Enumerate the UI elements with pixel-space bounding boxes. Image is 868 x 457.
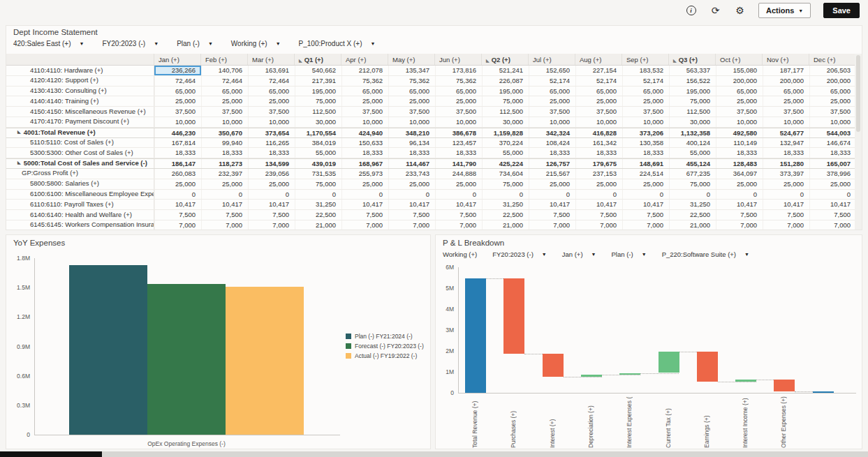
grid-cell[interactable]: 126,757 [529,159,575,168]
grid-cell[interactable]: 386,678 [435,128,482,137]
grid-cell[interactable]: 677,235 [669,169,716,179]
grid-cell[interactable]: 130,358 [622,138,669,148]
grid-cell[interactable]: 25,000 [201,96,248,106]
grid-cell[interactable]: 134,599 [248,159,295,168]
grid-cell[interactable]: 65,000 [201,87,248,96]
grid-cell[interactable]: 161,342 [575,138,622,148]
column-header-apr[interactable]: Apr (+) [341,54,388,65]
grid-cell[interactable]: 25,000 [716,179,763,189]
grid-cell[interactable]: 1,170,554 [295,128,341,137]
grid-cell[interactable]: 226,087 [482,76,529,86]
row-header[interactable]: 6100:6100: Miscellaneous Employee Expens… [6,190,154,200]
grid-cell[interactable]: 112,500 [482,107,529,117]
grid-cell[interactable]: 148,691 [622,159,669,168]
grid-cell[interactable]: 0 [154,190,201,200]
grid-cell[interactable]: 25,000 [763,96,809,106]
grid-cell[interactable]: 224,514 [622,169,669,179]
grid-cell[interactable]: 521,241 [482,66,529,75]
x-axis-label[interactable]: Interest Expenses (+) [626,396,633,448]
grid-cell[interactable]: 155,080 [716,66,763,75]
grid-cell[interactable]: 10,417 [809,200,856,209]
grid-cell[interactable]: 25,000 [435,179,482,189]
grid-cell[interactable]: 416,828 [575,128,622,137]
grid-cell[interactable]: 25,000 [529,179,575,189]
grid-cell[interactable]: 21,000 [295,220,341,230]
waterfall-bar-purchases-[interactable] [503,278,524,354]
pov-dropdown-1[interactable]: FY20:2023 (-)▼ [102,40,159,47]
grid-cell[interactable]: 7,500 [716,210,763,220]
column-header-feb[interactable]: Feb (+) [201,54,248,65]
grid-cell[interactable]: 22,500 [669,210,716,220]
column-header-jan[interactable]: Jan (+) [154,54,201,65]
grid-cell[interactable]: 55,000 [669,148,716,158]
grid-cell[interactable]: 140,706 [201,66,248,75]
grid-cell[interactable]: 18,333 [435,148,482,158]
grid-cell[interactable]: 10,000 [575,117,622,127]
grid-cell[interactable]: 22,500 [482,210,529,220]
row-header[interactable]: 6145:6145: Workers Compensation Insuranc… [6,220,154,230]
grid-cell[interactable]: 187,177 [763,66,809,75]
grid-cell[interactable]: 227,154 [575,66,622,75]
pov-dropdown-3[interactable]: Plan (-)▼ [612,250,647,258]
grid-cell[interactable]: 348,210 [388,128,435,137]
grid-cell[interactable]: 7,000 [341,220,388,230]
column-header-dec[interactable]: Dec (+) [809,54,856,65]
grid-cell[interactable]: 52,174 [529,76,575,86]
grid-cell[interactable]: 37,500 [575,107,622,117]
row-header[interactable]: GP:Gross Profit (+) [6,169,154,179]
grid-cell[interactable]: 350,670 [201,128,248,137]
grid-cell[interactable]: 25,000 [622,96,669,106]
grid-cell[interactable]: 731,535 [295,169,341,179]
grid-cell[interactable]: 10,417 [763,200,809,209]
column-header-may[interactable]: May (+) [388,54,435,65]
grid-cell[interactable]: 25,000 [388,96,435,106]
waterfall-bar-interest-expenses-[interactable] [619,373,640,375]
grid-cell[interactable]: 110,149 [716,138,763,148]
grid-cell[interactable]: 37,500 [529,107,575,117]
grid-cell[interactable]: 7,500 [529,210,575,220]
grid-cell[interactable]: 373,206 [622,128,669,137]
grid-cell[interactable]: 156,522 [669,76,716,86]
grid-cell[interactable]: 0 [341,190,388,200]
column-header-q1[interactable]: ◣Q1 (+) [295,54,341,65]
grid-cell[interactable]: 118,273 [201,159,248,168]
grid-cell[interactable]: 168,967 [341,159,388,168]
grid-cell[interactable]: 167,814 [154,138,201,148]
grid-cell[interactable]: 96,134 [388,138,435,148]
grid-cell[interactable]: 544,003 [809,128,856,137]
pov-dropdown-0[interactable]: 420:Sales East (+)▼ [13,40,84,47]
x-axis-label[interactable]: Earnings (+) [703,396,710,448]
grid-cell[interactable]: 25,000 [575,96,622,106]
gear-icon[interactable]: ⚙ [734,5,746,17]
grid-cell[interactable]: 215,567 [529,169,575,179]
grid-cell[interactable]: 37,500 [622,107,669,117]
waterfall-bar-total-revenue-[interactable] [465,278,486,393]
grid-cell[interactable]: 72,464 [201,76,248,86]
grid-cell[interactable]: 179,675 [575,159,622,168]
grid-cell[interactable]: 364,097 [716,169,763,179]
column-header-mar[interactable]: Mar (+) [248,54,295,65]
pov-dropdown-2[interactable]: Plan (-)▼ [177,40,213,47]
grid-cell[interactable]: 233,743 [388,169,435,179]
grid-cell[interactable]: 165,007 [809,159,856,168]
grid-cell[interactable]: 7,000 [763,220,809,230]
grid-cell[interactable]: 0 [763,190,809,200]
row-header[interactable]: 4110:4110: Hardware (+) [6,66,154,75]
column-header-aug[interactable]: Aug (+) [575,54,622,65]
grid-cell[interactable]: 37,500 [154,107,201,117]
grid-cell[interactable]: 18,333 [529,148,575,158]
grid-cell[interactable]: 0 [622,190,669,200]
grid-cell[interactable]: 18,333 [248,148,295,158]
grid-cell[interactable]: 183,532 [622,66,669,75]
grid-cell[interactable]: 10,000 [716,117,763,127]
grid-cell[interactable]: 116,265 [248,138,295,148]
grid-cell[interactable]: 173,816 [435,66,482,75]
grid-cell[interactable]: 10,417 [575,200,622,209]
grid-cell[interactable]: 7,000 [529,220,575,230]
x-axis-label[interactable]: Interest Income (+) [742,396,749,448]
grid-cell[interactable]: 25,000 [248,96,295,106]
grid-cell[interactable]: 186,147 [154,159,201,168]
grid-cell[interactable]: 236,266 [154,66,201,75]
x-axis-label[interactable]: Purchases (+) [510,396,517,448]
grid-cell[interactable]: 75,000 [482,96,529,106]
